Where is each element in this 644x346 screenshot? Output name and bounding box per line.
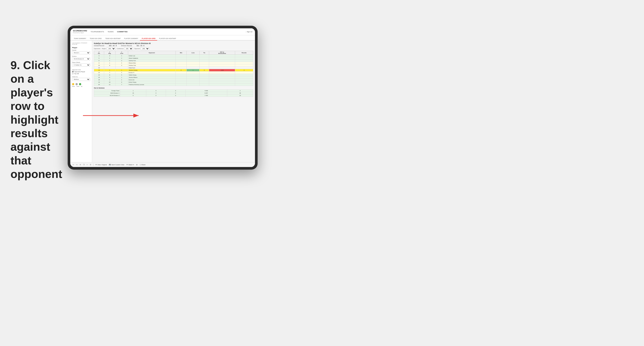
nav-teams[interactable]: TEAMS	[108, 30, 114, 33]
table-row[interactable]: 19106Emily Chang	[94, 81, 253, 83]
table-cell: 18	[94, 79, 104, 81]
ood-table-cell: 10	[227, 94, 253, 97]
table-cell: 5	[94, 57, 104, 59]
opponent-option-played[interactable]: Opponents Played	[72, 71, 90, 72]
copy-button[interactable]: ❐	[82, 164, 85, 166]
table-row[interactable]: 1585Stella Chang	[94, 74, 253, 76]
timer-button[interactable]: ⏱	[89, 164, 92, 166]
share-button[interactable]: ⬡ Share	[139, 164, 146, 166]
col-win: Win	[176, 51, 187, 55]
table-row[interactable]: 1822Euna Lee	[94, 79, 253, 81]
col-loss: Loss	[187, 51, 200, 55]
sign-out-button[interactable]: Sign out	[247, 31, 252, 32]
tab-team-h2h-heatmap[interactable]: TEAM H2H HEATMAP	[104, 37, 122, 40]
conference-filter: Conference (All)	[117, 47, 133, 50]
grid-view-button[interactable]: ⊞	[136, 164, 138, 166]
table-cell	[200, 81, 209, 83]
region-select[interactable]: (All)	[107, 47, 116, 50]
table-row[interactable]: 331Esther Lee	[94, 55, 253, 57]
table-row[interactable]: 20117Federica Domecq Lacroze	[94, 83, 253, 86]
table-cell	[176, 57, 187, 59]
col-diff: Diff AvStrokes/Rnd	[209, 51, 235, 55]
gender-label: Gender	[72, 49, 90, 51]
table-cell	[176, 59, 187, 62]
table-cell: 5	[115, 74, 128, 76]
opponent-option-top100[interactable]: Top 100	[72, 73, 90, 74]
ood-table-row[interactable]: Foreign Team1004.5002	[94, 90, 253, 92]
table-row[interactable]: 1474Eunice Yi	[94, 71, 253, 74]
table-cell	[187, 67, 200, 69]
redo-button[interactable]: ↪	[76, 164, 78, 166]
view-original-button[interactable]: 👁 View: Original	[95, 164, 108, 166]
ood-table-cell: 0	[166, 94, 185, 97]
redo2-button[interactable]: ⟳	[79, 164, 82, 166]
table-row[interactable]: 1691Jessica Mason	[94, 76, 253, 79]
save-custom-button[interactable]: 💾 Save Custom View	[108, 164, 125, 166]
table-row[interactable]: 1063Andrea York	[94, 64, 253, 67]
opponent-filter: Opponent (All)	[134, 47, 149, 50]
col-rounds: Rounds	[235, 51, 253, 55]
table-cell: Euna Lee	[128, 79, 176, 81]
table-cell	[200, 79, 209, 81]
colour-by-select[interactable]: Win/loss	[72, 78, 90, 81]
table-cell: 4	[115, 62, 128, 64]
table-row[interactable]: 522Alexis Sudjianto	[94, 57, 253, 59]
ood-table-cell: 15	[120, 92, 146, 94]
table-cell	[235, 74, 253, 76]
toolbar: ↩ ↪ ⟳ ❐ + ⏱ 👁 View: Original 💾 Save Cust…	[70, 162, 255, 167]
table-cell: 1	[115, 76, 128, 79]
table-cell: 8	[104, 74, 116, 76]
table-cell: 3	[104, 55, 116, 57]
table-row[interactable]: 914Sharon Mun	[94, 62, 253, 64]
grid-records: Overall Record: 353 - 34 - 6 Division Re…	[94, 45, 253, 46]
nav-tournaments[interactable]: TOURNAMENTS	[90, 30, 104, 33]
table-cell: 19	[94, 81, 104, 83]
table-cell	[209, 74, 235, 76]
tab-player-h2h-grid[interactable]: PLAYER H2H GRID	[140, 37, 157, 40]
ood-table-row[interactable]: NAIA Division 115009.26730	[94, 92, 253, 94]
nav-committee[interactable]: COMMITTEE	[117, 30, 128, 33]
player-rank-select[interactable]: 8. Katelyn Vo	[72, 63, 90, 66]
table-cell: 2	[235, 69, 253, 71]
ood-table-cell: 9.267	[185, 92, 227, 94]
undo-button[interactable]: ↩	[72, 164, 75, 166]
table-cell: 0	[176, 69, 187, 71]
table-cell: 11	[104, 83, 116, 86]
tab-player-h2h-heatmap[interactable]: PLAYER H2H HEATMAP	[157, 37, 178, 40]
table-row[interactable]: 1311Jessica Huang010-3.002	[94, 69, 253, 71]
ood-table-cell: 0	[166, 92, 185, 94]
col-conf: #Conf	[115, 51, 128, 55]
opponent-select[interactable]: (All)	[140, 47, 149, 50]
ood-table-row[interactable]: NCAA Division 25007.40010	[94, 94, 253, 97]
division-record-label: Division Record:	[121, 45, 132, 46]
table-cell: 7	[115, 83, 128, 86]
colour-by-label: Colour by	[72, 76, 90, 77]
region-label: Region	[102, 48, 106, 49]
table-cell: 3	[94, 55, 104, 57]
table-cell: Federica Domecq Lacroze	[128, 83, 176, 86]
sub-nav: TEAM SUMMARY TEAM H2H GRID TEAM H2H HEAT…	[70, 35, 255, 40]
conference-select[interactable]: (All)	[124, 47, 133, 50]
tab-player-summary[interactable]: PLAYER SUMMARY	[122, 37, 140, 40]
table-cell	[209, 79, 235, 81]
table-cell: 20	[94, 83, 104, 86]
gender-select[interactable]: Women's	[72, 51, 90, 54]
table-cell: 13	[94, 69, 104, 71]
more-button[interactable]: +	[86, 164, 88, 166]
colour-label-level: Level	[77, 86, 79, 87]
table-cell: Esther Lee	[128, 55, 176, 57]
table-cell	[176, 64, 187, 67]
table-cell: Jessica Mason	[128, 76, 176, 79]
tab-team-h2h-grid[interactable]: TEAM H2H GRID	[88, 37, 104, 40]
table-cell: 10	[104, 81, 116, 83]
tab-team-summary[interactable]: TEAM SUMMARY	[72, 37, 88, 40]
table-cell	[200, 57, 209, 59]
table-row[interactable]: 13Haeji Hyun	[94, 67, 253, 69]
watch-button[interactable]: 👁 Watch ▾	[126, 164, 135, 166]
table-cell	[187, 59, 200, 62]
table-cell	[187, 64, 200, 67]
table-cell: Eunice Yi	[128, 71, 176, 74]
table-row[interactable]: 613Sydney Kuo	[94, 59, 253, 62]
division-select[interactable]: NCAA Division III	[72, 57, 90, 60]
table-cell	[235, 57, 253, 59]
